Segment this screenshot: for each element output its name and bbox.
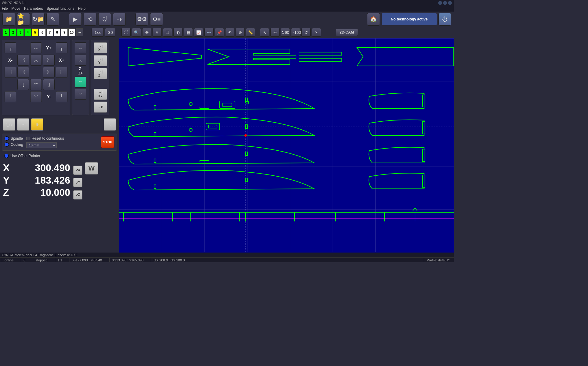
jog-x-plus[interactable]: 〉 [56, 67, 67, 78]
menu-file[interactable]: File [2, 6, 8, 11]
pin-button[interactable]: 📌 [215, 28, 224, 37]
layer-7-button[interactable]: 7 [46, 28, 53, 36]
play-button[interactable]: ▶ [69, 13, 82, 26]
jog-z-minus-fast[interactable]: ︿ [75, 42, 86, 53]
revert-button[interactable]: ↺ [301, 28, 311, 37]
ref-xy-button[interactable]: →|XY [94, 89, 107, 100]
override-1xx[interactable]: 1xx [92, 28, 104, 37]
expand-button[interactable]: ⤡ [260, 28, 269, 37]
favorite-folder-button[interactable]: ⭐📁 [17, 13, 30, 26]
refresh-button[interactable]: ⟲ [84, 13, 96, 26]
zero-x-button[interactable]: ⤢X [73, 166, 82, 175]
pan-button[interactable]: ✥ [142, 28, 151, 37]
minimize-button[interactable] [438, 1, 442, 5]
menu-special-functions[interactable]: Special functions [47, 6, 74, 11]
override-g0[interactable]: G0 [105, 28, 115, 37]
goto-100-button[interactable]: →100 [291, 28, 300, 37]
jog-yx-dn[interactable]: ⌊ [17, 79, 29, 90]
ref-x-button[interactable]: →|X [94, 42, 107, 53]
layer-next-button[interactable]: ➔ [76, 28, 83, 36]
jog-z-plus[interactable]: ︾ [75, 77, 86, 88]
jog-corner-bl[interactable]: └ [5, 91, 16, 102]
statusbar-file: C:\NC-Dateien\Piper I 4 Tragfläche Einze… [0, 253, 454, 257]
cut-tool-button[interactable]: ✂ [312, 28, 321, 37]
settings-button[interactable]: ⚙⚙ [135, 13, 148, 26]
layer-5-button[interactable]: 5 [32, 28, 38, 36]
tune-button[interactable]: ⚙≡ [150, 13, 163, 26]
home-icon-button[interactable]: 🏠 [367, 13, 380, 26]
center-button[interactable]: ⊹ [270, 28, 280, 37]
close-button[interactable] [448, 1, 452, 5]
reset-continuous-checkbox[interactable] [26, 137, 30, 140]
undo-button[interactable]: ↶ [225, 28, 234, 37]
contrast-button[interactable]: ◐ [173, 28, 182, 37]
probe-circle-button[interactable]: ◯↘ [3, 118, 15, 131]
jog-z-minus[interactable]: ︽ [75, 55, 86, 66]
menu-move[interactable]: Move [11, 6, 20, 11]
layer-2-button[interactable]: 2 [10, 28, 16, 36]
jog-corner-tl[interactable]: ┌ [5, 42, 16, 53]
power-button[interactable]: ⏻ [438, 13, 451, 26]
home-xy-button[interactable]: →|XY [98, 13, 111, 26]
zoom-button[interactable]: 🔍 [132, 28, 141, 37]
status-online: online [2, 258, 16, 262]
layer-3-button[interactable]: 3 [17, 28, 24, 36]
jog-yx-up[interactable]: 《 [17, 55, 29, 66]
graph-button[interactable]: 📈 [194, 28, 203, 37]
jog-x-plus-fast[interactable]: 》 [43, 67, 55, 78]
zero-y-button[interactable]: ⤢Y [73, 178, 82, 187]
label-x-minus: X- [5, 58, 16, 63]
jog-y-minus[interactable]: ﹀ [30, 91, 42, 102]
w-coords-button[interactable]: W [85, 162, 98, 174]
jog-x-minus-fast[interactable]: 《 [17, 67, 29, 78]
step-size-select[interactable]: 10 mm [26, 142, 57, 148]
ruler-button[interactable]: 📏 [246, 28, 255, 37]
jog-z-plus-fast[interactable]: ﹀ [75, 89, 86, 100]
maximize-button[interactable] [443, 1, 447, 5]
rotate-90-button[interactable]: ↻90 [281, 28, 290, 37]
layer-9-button[interactable]: 9 [61, 28, 68, 36]
zero-z-button[interactable]: ⤢Z [73, 190, 82, 199]
status-coords1: X-177.098 : Y-8.540 [70, 258, 104, 262]
edit-button[interactable]: ✎ [46, 13, 59, 26]
glasses-button[interactable]: 👓 [204, 28, 214, 37]
axis-x-value: 300.490 [15, 162, 70, 174]
layer-4-button[interactable]: 4 [24, 28, 31, 36]
open-folder-button[interactable]: 📁 [2, 13, 15, 26]
status-profile: Profile: default* [424, 258, 452, 262]
ref-park-button[interactable]: →P [94, 102, 107, 113]
jog-y-plus[interactable]: ︽ [30, 55, 42, 66]
set-origin-button[interactable]: ⤡ [104, 118, 116, 131]
3d-view-button[interactable]: ❐ [163, 28, 172, 37]
axis-y-value: 183.426 [15, 175, 70, 186]
grid-button[interactable]: ▦ [184, 28, 193, 37]
stop-button[interactable]: STOP [101, 136, 114, 148]
jog-yx-dn2[interactable]: ⌋ [43, 79, 55, 90]
layer-8-button[interactable]: 8 [54, 28, 60, 36]
ref-y-button[interactable]: →|Y [94, 55, 107, 66]
jog-yx-up2[interactable]: 》 [43, 55, 55, 66]
drawing-canvas[interactable] [119, 38, 454, 253]
jog-x-minus[interactable]: 〈 [5, 67, 16, 78]
jog-y-plus-fast[interactable]: ︿ [30, 42, 42, 53]
menu-help[interactable]: Help [78, 6, 85, 11]
target-button[interactable]: ⊕ [236, 28, 245, 37]
reload-folder-button[interactable]: ↻📁 [32, 13, 45, 26]
layer-10-button[interactable]: 10 [68, 28, 75, 36]
menu-parameters[interactable]: Parameters [24, 6, 43, 11]
probe-star-button[interactable]: ✦ [17, 118, 29, 131]
status-zero: 0 [21, 258, 28, 262]
spindle-indicator [5, 136, 9, 141]
layer-6-button[interactable]: 6 [39, 28, 46, 36]
park-button[interactable]: →P [113, 13, 126, 26]
technology-status: No technology active [382, 13, 437, 25]
2d-cam-button[interactable]: 2D-CAM [336, 29, 358, 36]
jog-corner-br[interactable]: ┘ [56, 91, 67, 102]
probe-center-button[interactable]: ⊕ [31, 118, 43, 131]
jog-corner-tr[interactable]: ┐ [56, 42, 67, 53]
jog-y-minus-fast[interactable]: ︾ [30, 79, 42, 90]
layer-1-button[interactable]: 1 [2, 28, 9, 36]
atom-view-button[interactable]: ⚛ [153, 28, 162, 37]
fit-view-button[interactable]: ⛶ [121, 28, 131, 37]
ref-z-button[interactable]: →|Z [94, 68, 107, 79]
